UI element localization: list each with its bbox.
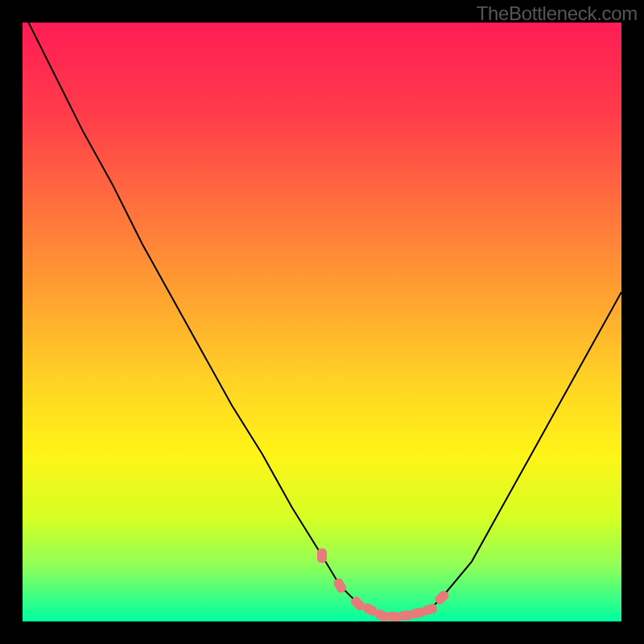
watermark-label: TheBottleneck.com [477, 2, 638, 25]
chart-plot-area [23, 23, 621, 621]
optimal-marker [317, 548, 327, 563]
chart-background [23, 23, 621, 621]
bottleneck-chart [23, 23, 621, 621]
